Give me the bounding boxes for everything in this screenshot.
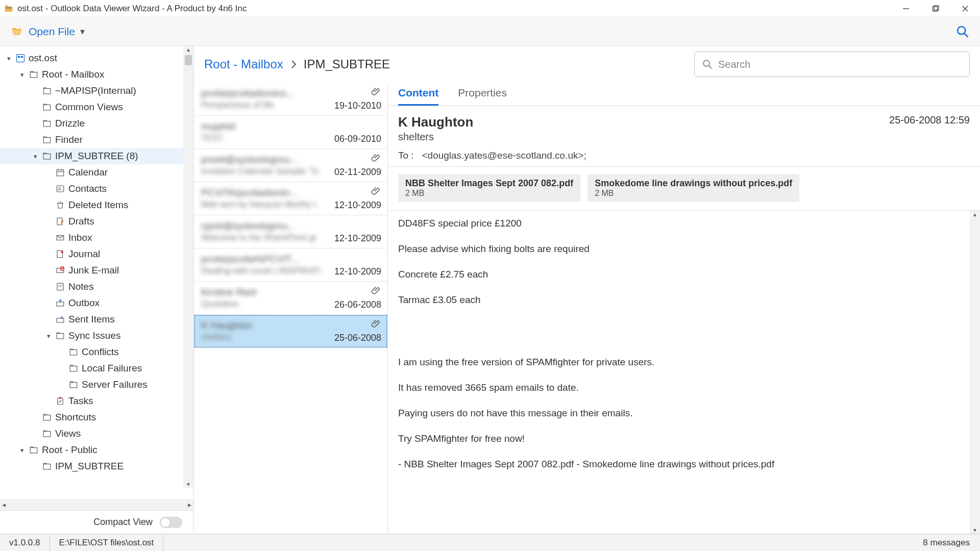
tree-junk-email[interactable]: Junk E-mail bbox=[0, 262, 193, 279]
tree-mapisp[interactable]: ~MAPISP(Internal) bbox=[0, 83, 193, 99]
svg-rect-48 bbox=[43, 464, 51, 470]
body-line: DD48FS special price £1200 bbox=[398, 218, 970, 229]
conflicts-icon bbox=[68, 347, 79, 357]
tree-journal[interactable]: Journal bbox=[0, 246, 193, 262]
tree-outbox[interactable]: Outbox bbox=[0, 295, 193, 311]
disclosure-icon[interactable]: ▾ bbox=[32, 153, 39, 160]
drizzle-icon bbox=[42, 118, 52, 129]
tree-sent-items[interactable]: Sent Items bbox=[0, 311, 193, 328]
detail-datetime: 25-06-2008 12:59 bbox=[889, 114, 970, 126]
search-icon bbox=[702, 59, 713, 70]
message-item[interactable]: cjyoti@systoolsgrou...Welcome to the Sha… bbox=[194, 215, 387, 248]
tree-label: Contacts bbox=[68, 183, 107, 194]
tree-ost-root[interactable]: ▾ost.ost bbox=[0, 50, 193, 66]
tree-ipm-subtree[interactable]: ▾IPM_SUBTREE (8) bbox=[0, 148, 193, 164]
search-input[interactable]: Search bbox=[694, 52, 970, 77]
tree-label: Sync Issues bbox=[68, 330, 120, 341]
window-title: ost.ost - Outlook Data Viewer Wizard - A… bbox=[17, 4, 247, 14]
tree-views[interactable]: Views bbox=[0, 425, 193, 442]
folder-tree-panel: ▾ost.ost▾Root - Mailbox~MAPISP(Internal)… bbox=[0, 46, 194, 534]
svg-rect-17 bbox=[43, 138, 51, 143]
tree-drafts[interactable]: Drafts bbox=[0, 213, 193, 230]
svg-point-8 bbox=[958, 27, 965, 34]
close-button[interactable] bbox=[950, 0, 980, 17]
common-views-icon bbox=[42, 102, 52, 112]
tab-content[interactable]: Content bbox=[398, 87, 438, 106]
svg-rect-12 bbox=[21, 56, 23, 58]
tree-inbox[interactable]: Inbox bbox=[0, 230, 193, 246]
folder-open-icon bbox=[10, 26, 23, 37]
tree-label: Root - Mailbox bbox=[42, 69, 105, 80]
tree-root-public[interactable]: ▾Root - Public bbox=[0, 442, 193, 458]
tree-deleted-items[interactable]: Deleted Items bbox=[0, 197, 193, 213]
message-date: 26-06-2008 bbox=[334, 299, 381, 310]
tab-properties[interactable]: Properties bbox=[458, 87, 507, 106]
search-placeholder: Search bbox=[718, 59, 750, 70]
compact-view-toggle[interactable] bbox=[160, 517, 182, 528]
message-from: Kirstine Reid bbox=[201, 287, 380, 298]
tree-label: Drafts bbox=[68, 216, 94, 227]
body-vertical-scrollbar[interactable]: ▴▾ bbox=[970, 211, 980, 534]
tree-conflicts[interactable]: Conflicts bbox=[0, 344, 193, 360]
message-from: cjyoti@systoolsgrou... bbox=[201, 220, 380, 232]
tree-label: Drizzle bbox=[55, 118, 85, 129]
tree-common-views[interactable]: Common Views bbox=[0, 99, 193, 115]
tree-label: IPM_SUBTREE (8) bbox=[55, 151, 138, 162]
message-item[interactable]: pcvita/pcvita%PCVIT...Dealing with insul… bbox=[194, 248, 387, 282]
tree-tasks[interactable]: Tasks bbox=[0, 393, 193, 409]
svg-line-50 bbox=[709, 66, 712, 69]
tree-ipm-subtree-2[interactable]: IPM_SUBTREE bbox=[0, 458, 193, 474]
message-item[interactable]: preeti@systoolsgrou...Invitation Calenda… bbox=[194, 149, 387, 182]
drafts-icon bbox=[55, 216, 65, 227]
tree-vertical-scrollbar[interactable]: ▴▾ bbox=[183, 46, 193, 488]
tree-label: Deleted Items bbox=[68, 199, 128, 211]
svg-line-33 bbox=[61, 267, 64, 270]
tree-server-failures[interactable]: Server Failures bbox=[0, 377, 193, 393]
message-item[interactable]: mujahidTEST06-09-2010 bbox=[194, 116, 387, 149]
attachment-chip[interactable]: Smokedome line drawings without prices.p… bbox=[587, 174, 799, 202]
breadcrumb: Root - Mailbox IPM_SUBTREE bbox=[204, 57, 390, 71]
disclosure-icon[interactable]: ▾ bbox=[18, 446, 26, 454]
tree-label: Server Failures bbox=[82, 379, 148, 390]
message-list: pcvita/pcvitadomino...Perspectives of li… bbox=[194, 83, 388, 534]
junk-email-icon bbox=[55, 265, 65, 276]
tree-notes[interactable]: Notes bbox=[0, 279, 193, 295]
sent-items-icon bbox=[55, 314, 65, 324]
tree-finder[interactable]: Finder bbox=[0, 132, 193, 148]
svg-rect-41 bbox=[70, 366, 77, 372]
disclosure-icon[interactable]: ▾ bbox=[5, 55, 12, 62]
tree-sync-issues[interactable]: ▾Sync Issues bbox=[0, 328, 193, 344]
breadcrumb-root[interactable]: Root - Mailbox bbox=[204, 57, 283, 71]
tree-calendar[interactable]: Calendar bbox=[0, 164, 193, 181]
disclosure-icon[interactable]: ▾ bbox=[45, 332, 52, 340]
message-item[interactable]: K Haughtonshelters25-06-2008 bbox=[194, 315, 387, 348]
outbox-icon bbox=[55, 298, 65, 308]
open-file-button[interactable]: Open File ▾ bbox=[10, 26, 85, 38]
to-label: To : bbox=[398, 150, 414, 161]
tree-root-mailbox[interactable]: ▾Root - Mailbox bbox=[0, 66, 193, 83]
tree-shortcuts[interactable]: Shortcuts bbox=[0, 409, 193, 425]
svg-point-24 bbox=[59, 187, 61, 189]
calendar-icon bbox=[55, 167, 65, 178]
message-item[interactable]: PCVITA/pcvitadomin...Mail sent by Naraya… bbox=[194, 182, 387, 215]
attachment-chip[interactable]: NBB Shelter Images Sept 2007 082.pdf2 MB bbox=[398, 174, 580, 202]
minimize-button[interactable] bbox=[891, 0, 921, 17]
disclosure-icon[interactable]: ▾ bbox=[18, 71, 26, 79]
body-line: It has removed 3665 spam emails to date. bbox=[398, 382, 970, 393]
attachment-name: Smokedome line drawings without prices.p… bbox=[595, 178, 792, 189]
ipm-subtree-icon bbox=[42, 151, 52, 161]
tree-drizzle[interactable]: Drizzle bbox=[0, 115, 193, 132]
maximize-button[interactable] bbox=[921, 0, 950, 17]
message-item[interactable]: Kirstine ReidQuotation26-06-2008 bbox=[194, 282, 387, 315]
tree-contacts[interactable]: Contacts bbox=[0, 181, 193, 197]
svg-rect-16 bbox=[43, 121, 51, 127]
tree-local-failures[interactable]: Local Failures bbox=[0, 360, 193, 377]
svg-rect-5 bbox=[934, 6, 939, 10]
search-icon[interactable] bbox=[955, 24, 970, 39]
svg-point-49 bbox=[703, 60, 709, 66]
tree-horizontal-scrollbar[interactable]: ◂▸ bbox=[0, 499, 193, 510]
svg-rect-45 bbox=[43, 415, 51, 421]
message-item[interactable]: pcvita/pcvitadomino...Perspectives of li… bbox=[194, 83, 387, 116]
svg-rect-40 bbox=[70, 350, 77, 356]
deleted-items-icon bbox=[55, 200, 65, 210]
